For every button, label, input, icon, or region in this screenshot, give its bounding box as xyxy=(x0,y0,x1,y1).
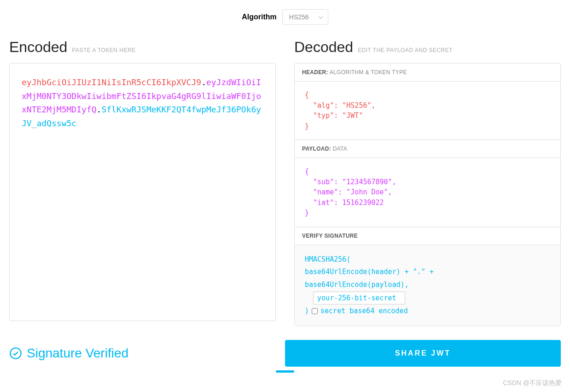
sig-line-1: HMACSHA256( xyxy=(305,253,550,266)
header-section-sub: ALGORITHM & TOKEN TYPE xyxy=(330,69,407,76)
header-section-title: HEADER: ALGORITHM & TOKEN TYPE xyxy=(295,64,560,82)
signature-verified-status: Signature Verified xyxy=(9,340,267,367)
secret-base64-checkbox[interactable] xyxy=(312,308,318,314)
encoded-title: Encoded xyxy=(9,39,67,56)
sig-line-3: base64UrlEncode(payload), xyxy=(305,279,550,292)
svg-point-0 xyxy=(10,348,21,359)
decoded-subtitle: EDIT THE PAYLOAD AND SECRET xyxy=(358,47,453,53)
token-dot: . xyxy=(201,77,206,87)
encoded-token-input[interactable]: eyJhbGciOiJIUzI1NiIsInR5cCI6IkpXVCJ9.eyJ… xyxy=(9,63,276,321)
encoded-subtitle: PASTE A TOKEN HERE xyxy=(72,47,135,53)
token-dot: . xyxy=(97,105,102,114)
algorithm-label: Algorithm xyxy=(242,13,277,21)
payload-section-title: PAYLOAD: DATA xyxy=(295,140,560,158)
signature-section-title: VERIFY SIGNATURE xyxy=(295,227,560,245)
decoded-panel: HEADER: ALGORITHM & TOKEN TYPE { "alg": … xyxy=(294,63,561,326)
payload-section-sub: DATA xyxy=(333,146,347,152)
share-jwt-button[interactable]: SHARE JWT xyxy=(285,340,561,367)
token-header-part: eyJhbGciOiJIUzI1NiIsInR5cCI6IkpXVCJ9 xyxy=(22,77,201,87)
signature-section-body: HMACSHA256( base64UrlEncode(header) + ".… xyxy=(295,245,560,326)
algorithm-select[interactable]: HS256 xyxy=(282,9,328,25)
sig-line-2: base64UrlEncode(header) + "." + xyxy=(305,266,550,279)
payload-section-label: PAYLOAD: xyxy=(302,146,331,152)
decoded-title: Decoded xyxy=(294,39,353,56)
secret-input[interactable] xyxy=(313,292,405,304)
decoded-column: Decoded EDIT THE PAYLOAD AND SECRET HEAD… xyxy=(294,39,561,326)
algorithm-selected-value: HS256 xyxy=(289,13,309,21)
algorithm-row: Algorithm HS256 xyxy=(9,9,561,25)
secret-base64-label: secret base64 encoded xyxy=(320,305,408,318)
watermark-text: CSDN @不应该热爱 xyxy=(503,379,562,387)
sig-line-close: ) xyxy=(305,305,309,318)
signature-verified-text: Signature Verified xyxy=(27,346,128,361)
header-json-editor[interactable]: { "alg": "HS256", "typ": "JWT" } xyxy=(295,82,560,140)
header-section-label: HEADER: xyxy=(302,69,328,76)
payload-json-editor[interactable]: { "sub": "1234567890", "name": "John Doe… xyxy=(295,158,560,227)
bottom-indicator xyxy=(276,370,294,373)
signature-section-label: VERIFY SIGNATURE xyxy=(302,233,358,239)
check-circle-icon xyxy=(9,347,22,360)
encoded-column: Encoded PASTE A TOKEN HERE eyJhbGciOiJIU… xyxy=(9,39,276,326)
